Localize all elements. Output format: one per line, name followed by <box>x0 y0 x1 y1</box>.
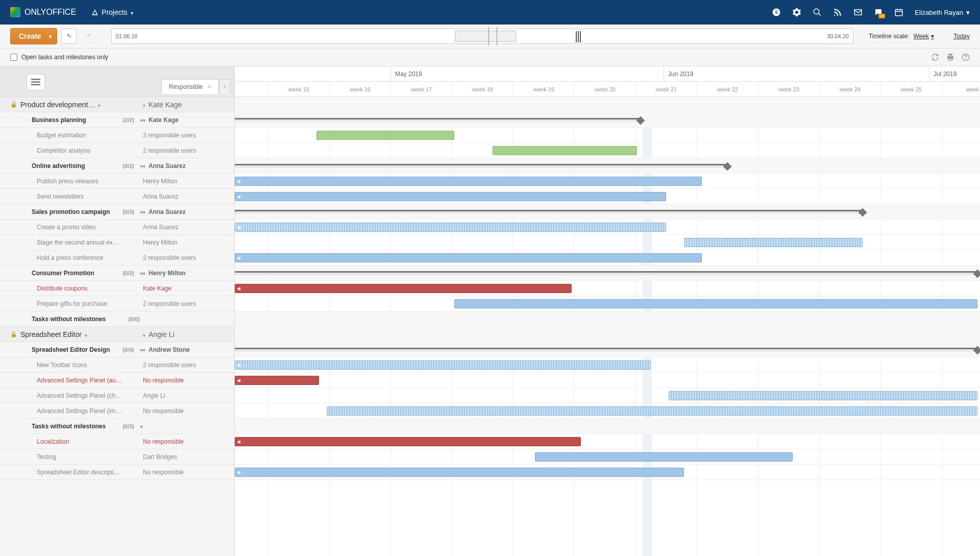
task-row[interactable]: Create a promo videoAnna Suarez <box>0 220 234 235</box>
feed-icon[interactable] <box>833 8 842 17</box>
task-bar[interactable]: ◀ <box>235 468 684 477</box>
milestone-row[interactable]: Online advertising(0/2)Anna Suarez <box>0 158 234 174</box>
module-switcher[interactable]: Projects <box>91 8 133 16</box>
project-row[interactable]: 🔒Spreadsheet EditorAngie Li <box>0 327 234 342</box>
menu-button[interactable] <box>27 74 45 90</box>
search-icon[interactable] <box>813 8 822 17</box>
timeline-range-slider[interactable]: 01.06.18 30.04.20 <box>111 29 853 44</box>
task-bar[interactable] <box>327 406 977 416</box>
task-row[interactable]: Advanced Settings Panel (ch…Angie Li <box>0 388 234 403</box>
gear-icon[interactable] <box>792 8 801 17</box>
task-bar[interactable]: ◀ <box>235 376 319 385</box>
gantt-row[interactable]: ◀ <box>235 373 980 388</box>
task-row[interactable]: Publish press releasesHenry Milton <box>0 174 234 189</box>
milestone-bar[interactable] <box>235 348 977 352</box>
payment-icon[interactable]: $ <box>772 8 781 17</box>
today-button[interactable]: Today <box>953 33 970 40</box>
gantt-row[interactable] <box>235 388 980 403</box>
chat-icon[interactable]: 19 <box>874 8 883 17</box>
gantt-row[interactable]: ◀ <box>235 357 980 373</box>
range-handle[interactable] <box>576 31 581 42</box>
gantt-row[interactable]: ◀ <box>235 220 980 235</box>
user-menu[interactable]: Elizabeth Rayan ▾ <box>915 9 970 16</box>
caret-icon[interactable] <box>85 330 87 339</box>
caret-icon[interactable] <box>143 330 145 339</box>
mail-icon[interactable] <box>853 8 863 17</box>
gantt-row[interactable]: ◀ <box>235 189 980 204</box>
gantt-chart[interactable]: May 2019Jun 2019Jul 2019 week 15week 16w… <box>235 66 980 556</box>
task-row[interactable]: Stage the second annual ex…Henry Milton <box>0 235 234 250</box>
task-row[interactable]: TestingDart Bridges <box>0 449 234 465</box>
gantt-row[interactable] <box>235 419 980 434</box>
gantt-row[interactable] <box>235 449 980 465</box>
gantt-row[interactable] <box>235 158 980 174</box>
task-row[interactable]: Competitor analysis2 responsible users <box>0 143 234 158</box>
milestone-bar[interactable] <box>235 210 863 214</box>
milestone-bar[interactable] <box>235 118 641 122</box>
task-row[interactable]: Prepare gifts for purchase2 responsible … <box>0 296 234 311</box>
gantt-row[interactable] <box>235 296 980 311</box>
caret-icon[interactable] <box>143 116 145 124</box>
create-button[interactable]: Create <box>10 28 57 44</box>
open-only-checkbox[interactable]: Open tasks and milestones only <box>10 54 108 61</box>
task-row[interactable]: Advanced Settings Panel (im…No responsib… <box>0 403 234 419</box>
task-row[interactable]: LocalizationNo responsible <box>0 434 234 449</box>
range-window[interactable] <box>455 31 516 42</box>
gantt-row[interactable] <box>235 265 980 281</box>
task-bar[interactable] <box>316 131 454 140</box>
caret-icon[interactable] <box>143 270 145 277</box>
task-bar[interactable]: ◀ <box>235 437 581 446</box>
milestone-row[interactable]: Tasks without milestones(0/0) <box>0 311 234 327</box>
gantt-row[interactable] <box>235 204 980 220</box>
gantt-row[interactable] <box>235 327 980 342</box>
milestone-bar[interactable] <box>235 164 727 168</box>
gantt-row[interactable] <box>235 342 980 357</box>
task-bar[interactable] <box>493 146 637 155</box>
caret-icon[interactable] <box>143 208 145 215</box>
gantt-row[interactable]: ◀ <box>235 465 980 480</box>
caret-icon[interactable] <box>140 423 143 430</box>
milestone-row[interactable]: Sales promotion campaign(0/3)Anna Suarez <box>0 204 234 220</box>
task-bar[interactable] <box>684 238 863 247</box>
caret-icon[interactable] <box>143 346 145 353</box>
refresh-icon[interactable] <box>931 53 939 61</box>
gantt-row[interactable] <box>235 311 980 327</box>
close-icon[interactable]: × <box>208 83 211 90</box>
scale-select[interactable]: Week ▾ <box>914 33 934 40</box>
task-bar[interactable] <box>454 299 977 308</box>
task-row[interactable]: Send newslettersAnna Suarez <box>0 189 234 204</box>
task-bar[interactable]: ◀ <box>235 253 702 262</box>
calendar-icon[interactable] <box>894 8 903 17</box>
redo-button[interactable] <box>81 29 96 44</box>
task-row[interactable]: New Toolbar Icons2 responsible users <box>0 357 234 373</box>
caret-icon[interactable] <box>143 101 145 109</box>
task-bar[interactable]: ◀ <box>235 223 666 232</box>
task-row[interactable]: Budget estimation3 responsible users <box>0 128 234 143</box>
gantt-row[interactable] <box>235 403 980 419</box>
milestone-row[interactable]: Spreadsheet Editor Design(0/4)Andrew Sto… <box>0 342 234 357</box>
gantt-row[interactable]: ◀ <box>235 250 980 265</box>
gantt-row[interactable] <box>235 235 980 250</box>
task-row[interactable]: Spreadsheet Editor descripti…No responsi… <box>0 465 234 480</box>
milestone-row[interactable]: Tasks without milestones(0/3) <box>0 419 234 434</box>
task-row[interactable]: Distribute couponsKate Kage <box>0 281 234 296</box>
task-bar[interactable]: ◀ <box>235 284 572 293</box>
add-column-button[interactable]: + <box>219 79 230 94</box>
gantt-row[interactable] <box>235 112 980 128</box>
milestone-bar[interactable] <box>235 271 977 275</box>
milestone-row[interactable]: Business planning(2/2)Kate Kage <box>0 112 234 128</box>
help-icon[interactable] <box>962 53 970 61</box>
task-bar[interactable]: ◀ <box>235 360 651 370</box>
gantt-row[interactable] <box>235 97 980 112</box>
gantt-row[interactable]: ◀ <box>235 434 980 449</box>
gantt-row[interactable] <box>235 143 980 158</box>
responsible-column-tab[interactable]: Responsible × <box>161 79 219 94</box>
gantt-row[interactable]: ◀ <box>235 281 980 296</box>
task-bar[interactable] <box>669 391 977 400</box>
caret-icon[interactable] <box>98 101 101 109</box>
caret-icon[interactable] <box>143 162 145 170</box>
task-bar[interactable]: ◀ <box>235 177 702 186</box>
task-row[interactable]: Advanced Settings Panel (au…No responsib… <box>0 373 234 388</box>
project-row[interactable]: 🔒Product development…Kate Kage <box>0 97 234 112</box>
milestone-row[interactable]: Consumer Promotion(0/2)Henry Milton <box>0 265 234 281</box>
